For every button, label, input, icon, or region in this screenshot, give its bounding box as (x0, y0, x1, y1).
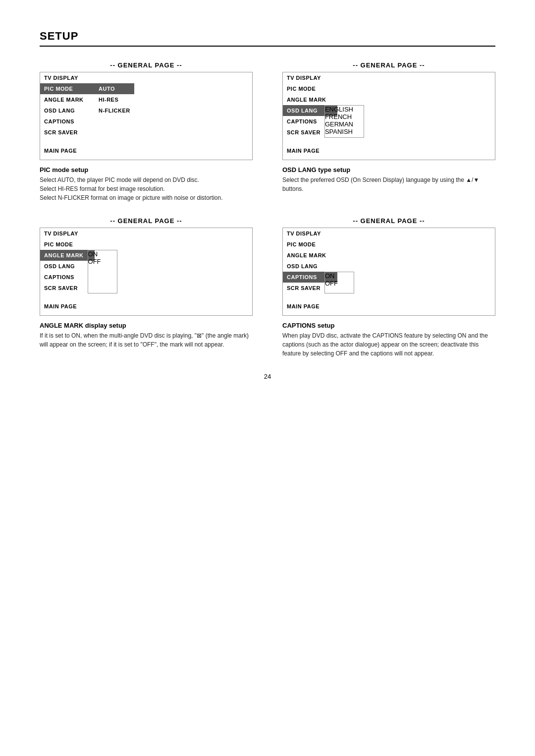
angle-mark-menu-box: TV DISPLAY PIC MODE ANGLE MARK OSD LANG (40, 228, 253, 316)
angle-mark-desc-title: ANGLE MARK display setup (40, 322, 253, 329)
captions-column: -- GENERAL PAGE -- TV DISPLAY PIC MODE A… (282, 217, 495, 358)
angle-mark-column: -- GENERAL PAGE -- TV DISPLAY PIC MODE A… (40, 217, 253, 358)
pic-mode-label: PIC MODE (40, 83, 95, 94)
angle-off: OFF (88, 258, 117, 265)
general-page-label-2: -- GENERAL PAGE -- (282, 61, 495, 69)
scr-saver-row-4: SCR SAVER (283, 283, 324, 293)
osd-lang-menu-box: TV DISPLAY PIC MODE ANGLE MARK OSD LANG (282, 72, 495, 160)
osd-lang-row-1: OSD LANG N-FLICKER (40, 105, 252, 116)
angle-mark-left: ANGLE MARK OSD LANG CAPTIONS SCR SAVER (40, 250, 88, 293)
osd-german: GERMAN (325, 120, 364, 128)
osd-french: FRENCH (325, 113, 364, 120)
pic-mode-desc-title: PIC mode setup (40, 166, 253, 174)
angle-mark-row: ANGLE MARK HI-RES (40, 94, 252, 105)
main-page-row-3: MAIN PAGE (40, 301, 252, 311)
pic-mode-row-3: PIC MODE (40, 239, 252, 250)
tv-display-label-3: TV DISPLAY (40, 228, 95, 239)
pic-mode-desc-text1: Select AUTO, the player PIC mode will de… (40, 175, 253, 184)
osd-lang-desc-title: OSD LANG type setup (282, 166, 495, 174)
angle-mark-row-2: ANGLE MARK (283, 94, 495, 105)
angle-mark-label-3: ANGLE MARK (40, 250, 95, 261)
pic-mode-row-2: PIC MODE (283, 83, 495, 94)
osd-lang-dropdown: ENGLISH FRENCH GERMAN SPANISH (324, 105, 364, 138)
captions-row-3: CAPTIONS (40, 272, 88, 283)
pic-mode-label-3: PIC MODE (40, 239, 95, 250)
tv-display-label-4: TV DISPLAY (283, 228, 337, 239)
angle-mark-row-4: ANGLE MARK (283, 250, 495, 261)
tv-display-label: TV DISPLAY (40, 72, 95, 83)
osd-lang-dropdown-group: OSD LANG CAPTIONS SCR SAVER ENGLISH FREN… (283, 105, 495, 138)
angle-mark-label-2: ANGLE MARK (283, 94, 337, 105)
osd-lang-column: -- GENERAL PAGE -- TV DISPLAY PIC MODE A… (282, 61, 495, 202)
pic-mode-row-4: PIC MODE (283, 239, 495, 250)
osd-lang-label-1: OSD LANG (40, 105, 95, 116)
captions-label-3: CAPTIONS (40, 272, 95, 283)
pic-nflicker-value: N-FLICKER (95, 105, 134, 116)
general-page-label-1: -- GENERAL PAGE -- (40, 61, 253, 69)
scr-saver-label-1: SCR SAVER (40, 127, 95, 138)
tv-display-label-2: TV DISPLAY (283, 72, 337, 83)
angle-on: ON (88, 250, 117, 258)
scr-saver-row-1: SCR SAVER (40, 127, 252, 138)
tv-display-row-3: TV DISPLAY (40, 228, 252, 239)
angle-mark-selected-row: ANGLE MARK (40, 250, 88, 261)
pic-mode-menu-box: TV DISPLAY PIC MODE AUTO ANGLE MARK HI-R… (40, 72, 253, 160)
osd-lang-selected-row: OSD LANG (283, 105, 324, 116)
osd-lang-row-3: OSD LANG (40, 261, 88, 272)
angle-mark-dropdown: ON OFF (88, 250, 117, 293)
osd-lang-desc: OSD LANG type setup Select the preferred… (282, 166, 495, 193)
pic-hires-value: HI-RES (95, 94, 134, 105)
main-page-row-4: MAIN PAGE (283, 301, 495, 311)
angle-mark-label-4: ANGLE MARK (283, 250, 337, 261)
osd-english: ENGLISH (325, 106, 364, 113)
general-page-label-3: -- GENERAL PAGE -- (40, 217, 253, 225)
tv-display-row-2: TV DISPLAY (283, 72, 495, 83)
captions-on: ON (325, 272, 354, 280)
angle-mark-desc: ANGLE MARK display setup If it is set to… (40, 322, 253, 349)
osd-spanish: SPANISH (325, 128, 364, 135)
lower-section: -- GENERAL PAGE -- TV DISPLAY PIC MODE A… (40, 217, 495, 358)
page-title: SETUP (40, 30, 495, 47)
scr-saver-row-2: SCR SAVER (283, 127, 324, 138)
page-number: 24 (40, 373, 495, 380)
main-page-row-1: MAIN PAGE (40, 146, 252, 156)
pic-mode-desc-text2: Select HI-RES format for best image reso… (40, 184, 253, 193)
captions-selected-row: CAPTIONS (283, 272, 324, 283)
captions-row-1: CAPTIONS (40, 116, 252, 127)
captions-desc: CAPTIONS setup When play DVD disc, activ… (282, 322, 495, 358)
captions-desc-title: CAPTIONS setup (282, 322, 495, 329)
tv-display-row: TV DISPLAY (40, 72, 252, 83)
pic-mode-label-2: PIC MODE (283, 83, 337, 94)
captions-label-1: CAPTIONS (40, 116, 95, 127)
osd-lang-row-4: OSD LANG (283, 261, 495, 272)
captions-dropdown: ON OFF (324, 272, 354, 293)
tv-display-row-4: TV DISPLAY (283, 228, 495, 239)
osd-lang-desc-text1: Select the preferred OSD (On Screen Disp… (282, 175, 495, 193)
captions-menu-box: TV DISPLAY PIC MODE ANGLE MARK OSD LANG (282, 228, 495, 316)
osd-lang-label-4: OSD LANG (283, 261, 337, 272)
captions-left: CAPTIONS SCR SAVER (283, 272, 324, 293)
pic-mode-label-4: PIC MODE (283, 239, 337, 250)
scr-saver-row-3: SCR SAVER (40, 283, 88, 293)
angle-mark-label: ANGLE MARK (40, 94, 95, 105)
captions-row-2: CAPTIONS (283, 116, 324, 127)
osd-lang-label-3: OSD LANG (40, 261, 95, 272)
pic-mode-desc: PIC mode setup Select AUTO, the player P… (40, 166, 253, 202)
angle-mark-desc-text1: If it is set to ON, when the multi-angle… (40, 331, 253, 349)
general-page-label-4: -- GENERAL PAGE -- (282, 217, 495, 225)
captions-dropdown-group: CAPTIONS SCR SAVER ON OFF (283, 272, 495, 293)
captions-off: OFF (325, 280, 354, 287)
pic-mode-value-auto: AUTO (95, 83, 134, 94)
main-page-row-2: MAIN PAGE (283, 146, 495, 156)
pic-mode-desc-text3: Select N-FLICKER format on image or pict… (40, 193, 253, 202)
angle-mark-dropdown-group: ANGLE MARK OSD LANG CAPTIONS SCR SAVER (40, 250, 252, 293)
pic-mode-row: PIC MODE AUTO (40, 83, 252, 94)
pic-mode-column: -- GENERAL PAGE -- TV DISPLAY PIC MODE A… (40, 61, 253, 202)
osd-lang-left: OSD LANG CAPTIONS SCR SAVER (283, 105, 324, 138)
scr-saver-label-3: SCR SAVER (40, 283, 95, 293)
captions-desc-text1: When play DVD disc, activate the CAPTION… (282, 331, 495, 358)
